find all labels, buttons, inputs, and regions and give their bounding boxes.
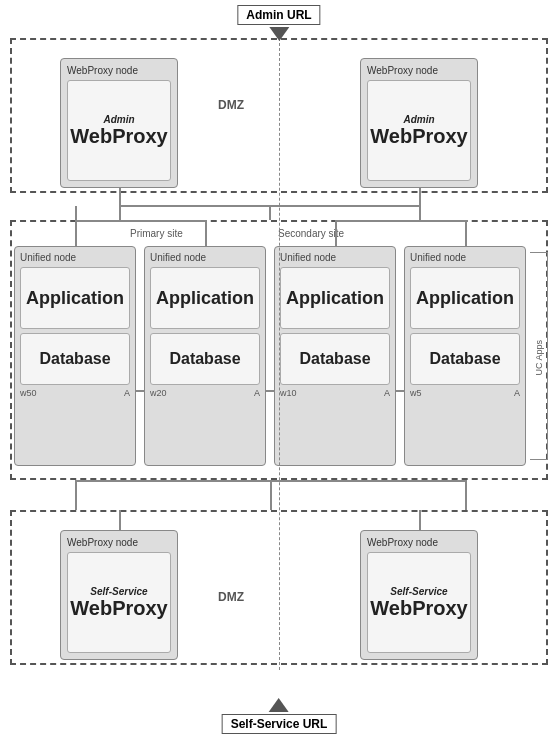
webproxy-bottom-left-node-label: WebProxy node [67, 537, 138, 548]
unified-node-1-footer: w50 A [20, 388, 130, 398]
unified-node-3-footer: w10 A [280, 388, 390, 398]
unified-node-3-suffix: A [384, 388, 390, 398]
unified-node-4-db: Database [410, 333, 520, 385]
conn-bot-h2 [270, 480, 465, 482]
conn-un1-h [75, 220, 205, 222]
conn-db-h23 [266, 390, 274, 392]
conn-un2-v [205, 220, 207, 246]
webproxy-bottom-left: WebProxy node Self-Service WebProxy [60, 530, 178, 660]
primary-site-label: Primary site [130, 228, 183, 239]
conn-db-h12 [136, 390, 144, 392]
conn-top-center-v [269, 205, 271, 220]
unified-node-3-db: Database [280, 333, 390, 385]
conn-bot-center-v [270, 480, 272, 510]
webproxy-top-left-name: WebProxy [70, 125, 167, 147]
webproxy-bottom-right-name: WebProxy [370, 597, 467, 619]
webproxy-top-right-node-label: WebProxy node [367, 65, 438, 76]
webproxy-bottom-right-node-label: WebProxy node [367, 537, 438, 548]
self-service-url-label: Self-Service URL [222, 714, 337, 734]
self-service-url-section: Self-Service URL [222, 698, 337, 734]
unified-node-3-app: Application [280, 267, 390, 329]
unified-node-2-suffix: A [254, 388, 260, 398]
unified-node-1-label: Unified node [20, 252, 130, 263]
unified-node-3-label: Unified node [280, 252, 390, 263]
conn-top-right-v1 [419, 188, 421, 220]
conn-bot-wp-left-v [119, 510, 121, 530]
conn-un3-h [335, 220, 465, 222]
webproxy-top-right-name: WebProxy [370, 125, 467, 147]
unified-node-2: Unified node Application Database w20 A [144, 246, 266, 466]
webproxy-bottom-right-inner: Self-Service WebProxy [367, 552, 471, 653]
unified-node-4-footer: w5 A [410, 388, 520, 398]
dmz-top-label: DMZ [218, 98, 244, 112]
webproxy-top-left-node-label: WebProxy node [67, 65, 138, 76]
unified-node-1: Unified node Application Database w50 A [14, 246, 136, 466]
admin-url-label: Admin URL [237, 5, 320, 25]
unified-node-3: Unified node Application Database w10 A [274, 246, 396, 466]
diagram: Admin URL DMZ WebProxy node Admin WebPro… [0, 0, 558, 739]
center-vline [279, 38, 280, 670]
unified-node-1-app: Application [20, 267, 130, 329]
conn-bot-wp-right-v [419, 510, 421, 530]
conn-un4-v [465, 220, 467, 246]
conn-bot-left-v1 [75, 480, 77, 510]
admin-url-section: Admin URL [237, 5, 320, 41]
uc-apps-label: UC Apps [534, 340, 544, 376]
webproxy-bottom-left-inner: Self-Service WebProxy [67, 552, 171, 653]
conn-un3-v [335, 220, 337, 246]
unified-node-2-weight: w20 [150, 388, 167, 398]
self-service-arrow-up-icon [269, 698, 289, 712]
conn-top-left-v1 [119, 188, 121, 220]
unified-node-1-db: Database [20, 333, 130, 385]
unified-node-2-app: Application [150, 267, 260, 329]
webproxy-bottom-right: WebProxy node Self-Service WebProxy [360, 530, 478, 660]
unified-node-4-app: Application [410, 267, 520, 329]
dmz-bottom-label: DMZ [218, 590, 244, 604]
webproxy-bottom-left-title: Self-Service [90, 586, 147, 597]
conn-un1-v [75, 206, 77, 246]
webproxy-top-left-inner: Admin WebProxy [67, 80, 171, 181]
unified-node-4-weight: w5 [410, 388, 422, 398]
webproxy-top-left: WebProxy node Admin WebProxy [60, 58, 178, 188]
unified-node-1-weight: w50 [20, 388, 37, 398]
admin-arrow-down-icon [269, 27, 289, 41]
webproxy-top-left-title: Admin [103, 114, 134, 125]
conn-bot-right-v1 [465, 480, 467, 510]
unified-node-4-suffix: A [514, 388, 520, 398]
conn-bot-h1 [75, 480, 270, 482]
unified-node-2-footer: w20 A [150, 388, 260, 398]
unified-node-2-db: Database [150, 333, 260, 385]
unified-node-1-suffix: A [124, 388, 130, 398]
unified-node-2-label: Unified node [150, 252, 260, 263]
webproxy-top-right-inner: Admin WebProxy [367, 80, 471, 181]
unified-node-4: Unified node Application Database w5 A [404, 246, 526, 466]
webproxy-bottom-left-name: WebProxy [70, 597, 167, 619]
conn-db-h34 [396, 390, 404, 392]
unified-node-4-label: Unified node [410, 252, 520, 263]
webproxy-top-right: WebProxy node Admin WebProxy [360, 58, 478, 188]
webproxy-top-right-title: Admin [403, 114, 434, 125]
webproxy-bottom-right-title: Self-Service [390, 586, 447, 597]
unified-node-3-weight: w10 [280, 388, 297, 398]
